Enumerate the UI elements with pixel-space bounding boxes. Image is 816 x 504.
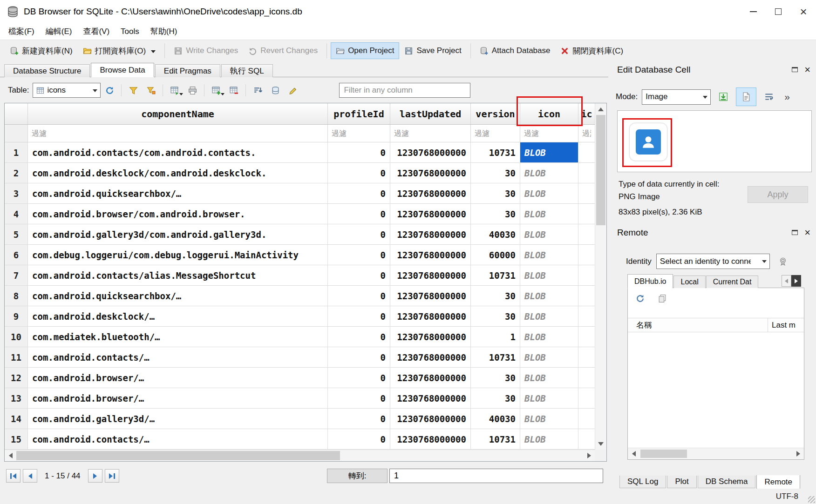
filter-lastUpdated-input[interactable]: [390, 125, 470, 142]
cell-version[interactable]: 10731: [471, 265, 520, 285]
apply-button[interactable]: Apply: [748, 186, 808, 203]
encoding-button[interactable]: [266, 83, 284, 98]
cell-componentName[interactable]: com.android.deskclock/com.android.deskcl…: [28, 163, 328, 183]
cell-icon-blob[interactable]: BLOB: [520, 142, 578, 162]
cell-partial[interactable]: [578, 327, 595, 347]
cell-icon-blob[interactable]: BLOB: [520, 163, 578, 183]
cell-version[interactable]: 30: [471, 183, 520, 203]
cell-partial[interactable]: [578, 163, 595, 183]
cell-componentName[interactable]: com.android.contacts/…: [28, 429, 328, 449]
cell-partial[interactable]: [578, 245, 595, 265]
cell-lastUpdated[interactable]: 1230768000000: [390, 347, 471, 367]
cell-partial[interactable]: [578, 388, 595, 408]
chevron-down-icon[interactable]: [151, 50, 156, 55]
export-table-button[interactable]: [166, 83, 184, 98]
cell-componentName[interactable]: com.android.browser/com.android.browser.: [28, 204, 328, 224]
cell-version[interactable]: 40030: [471, 409, 520, 429]
identity-selector[interactable]: Select an identity to conne: [656, 254, 770, 269]
cell-version[interactable]: 30: [471, 388, 520, 408]
cell-image-preview[interactable]: [617, 110, 812, 172]
tab-scroll-left-button[interactable]: [782, 275, 791, 287]
table-row[interactable]: 12 com.android.browser/… 0 1230768000000…: [5, 368, 595, 388]
identity-cert-button[interactable]: [775, 254, 791, 269]
scroll-down-button[interactable]: [595, 438, 606, 450]
table-row[interactable]: 2 com.android.deskclock/com.android.desk…: [5, 163, 595, 183]
tab-browse-data[interactable]: Browse Data: [91, 63, 154, 77]
row-number[interactable]: 12: [5, 368, 28, 388]
cell-componentName[interactable]: com.android.quicksearchbox/…: [28, 286, 328, 306]
cell-icon-blob[interactable]: BLOB: [520, 224, 578, 244]
vertical-scrollbar[interactable]: [595, 103, 606, 450]
scroll-up-button[interactable]: [595, 103, 606, 115]
resize-grip[interactable]: [808, 496, 815, 503]
edit-columns-button[interactable]: [284, 83, 302, 98]
cell-partial[interactable]: [578, 265, 595, 285]
horizontal-scroll-thumb[interactable]: [16, 451, 340, 460]
table-row[interactable]: 9 com.android.deskclock/… 0 123076800000…: [5, 306, 595, 327]
cell-profileId[interactable]: 0: [328, 388, 390, 408]
cell-partial[interactable]: [578, 286, 595, 306]
minimize-button[interactable]: [741, 0, 766, 23]
column-header-profileId[interactable]: profileId: [328, 103, 390, 124]
cell-profileId[interactable]: 0: [328, 429, 390, 449]
delete-record-button[interactable]: [225, 83, 243, 98]
cell-profileId[interactable]: 0: [328, 409, 390, 429]
cell-componentName[interactable]: com.android.contacts/com.android.contact…: [28, 142, 328, 162]
cell-icon-blob[interactable]: BLOB: [520, 265, 578, 285]
row-number[interactable]: 4: [5, 204, 28, 224]
cell-lastUpdated[interactable]: 1230768000000: [390, 183, 471, 203]
tab-execute-sql[interactable]: 執行 SQL: [221, 64, 273, 77]
goto-button[interactable]: 轉到:: [327, 469, 388, 483]
tab-current-database[interactable]: Current Dat: [706, 276, 759, 288]
cell-componentName[interactable]: com.android.browser/…: [28, 388, 328, 408]
cell-icon-blob[interactable]: BLOB: [520, 327, 578, 347]
encoding-indicator[interactable]: UTF-8: [776, 492, 798, 501]
table-row[interactable]: 15 com.android.contacts/… 0 123076800000…: [5, 429, 595, 450]
cell-icon-blob[interactable]: BLOB: [520, 306, 578, 326]
print-button[interactable]: [184, 83, 201, 98]
cell-componentName[interactable]: com.android.gallery3d/com.android.galler…: [28, 224, 328, 244]
attach-database-button[interactable]: Attach Database: [475, 42, 556, 59]
tab-plot[interactable]: Plot: [667, 476, 696, 488]
cell-partial[interactable]: [578, 204, 595, 224]
cell-lastUpdated[interactable]: 1230768000000: [390, 368, 471, 388]
cell-version[interactable]: 30: [471, 306, 520, 326]
sort-button[interactable]: [249, 83, 266, 98]
cell-profileId[interactable]: 0: [328, 163, 390, 183]
row-number[interactable]: 9: [5, 306, 28, 326]
write-changes-button[interactable]: Write Changes: [169, 42, 243, 59]
cell-lastUpdated[interactable]: 1230768000000: [390, 245, 471, 265]
cell-componentName[interactable]: com.debug.loggerui/com.debug.loggerui.Ma…: [28, 245, 328, 265]
cell-icon-blob[interactable]: BLOB: [520, 368, 578, 388]
row-number[interactable]: 14: [5, 409, 28, 429]
table-row[interactable]: 10 com.mediatek.bluetooth/… 0 1230768000…: [5, 327, 595, 347]
filter-version-input[interactable]: [471, 125, 520, 142]
column-header-lastUpdated[interactable]: lastUpdated: [390, 103, 471, 124]
cell-lastUpdated[interactable]: 1230768000000: [390, 142, 471, 162]
last-page-button[interactable]: [105, 469, 119, 483]
mode-selector[interactable]: Image: [642, 89, 711, 105]
cell-componentName[interactable]: com.android.contacts/alias.MessageShortc…: [28, 265, 328, 285]
cell-partial[interactable]: [578, 347, 595, 367]
table-row[interactable]: 11 com.android.contacts/… 0 123076800000…: [5, 347, 595, 368]
filter-componentName-input[interactable]: [28, 125, 327, 142]
remote-name-column-header[interactable]: 名稱: [628, 320, 652, 330]
table-row[interactable]: 5 com.android.gallery3d/com.android.gall…: [5, 224, 595, 245]
cell-componentName[interactable]: com.android.quicksearchbox/…: [28, 183, 328, 203]
remote-modified-column-header[interactable]: Last m: [768, 318, 804, 332]
cell-icon-blob[interactable]: BLOB: [520, 409, 578, 429]
save-project-button[interactable]: Save Project: [399, 42, 466, 59]
menu-view[interactable]: 查看(V): [77, 23, 115, 40]
filter-any-column-input[interactable]: [339, 83, 470, 98]
filter-profileId-input[interactable]: [328, 125, 390, 142]
maximize-button[interactable]: [766, 0, 791, 23]
cell-profileId[interactable]: 0: [328, 204, 390, 224]
menu-edit[interactable]: 編輯(E): [40, 23, 78, 40]
cell-componentName[interactable]: com.android.gallery3d/…: [28, 409, 328, 429]
overflow-chevron-icon[interactable]: »: [784, 91, 790, 102]
cell-icon-blob[interactable]: BLOB: [520, 245, 578, 265]
cell-profileId[interactable]: 0: [328, 286, 390, 306]
close-panel-icon[interactable]: ×: [804, 228, 810, 238]
vertical-scroll-thumb[interactable]: [596, 115, 605, 225]
open-project-button[interactable]: Open Project: [331, 42, 399, 59]
